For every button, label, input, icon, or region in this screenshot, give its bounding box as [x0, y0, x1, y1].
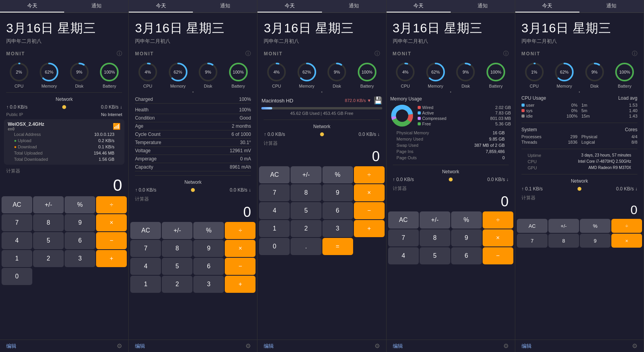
calc-9-5[interactable]: 9 [580, 234, 611, 248]
calc-9-2[interactable]: 9 [193, 240, 224, 257]
calc-dot-3[interactable]: . [290, 238, 321, 255]
tab-notify-2[interactable]: 通知 [193, 0, 257, 12]
tab-notify-5[interactable]: 通知 [579, 0, 644, 12]
calc-3-3[interactable]: 3 [322, 220, 353, 237]
calc-4-1[interactable]: 4 [2, 232, 32, 249]
calc-1-1[interactable]: 1 [2, 250, 32, 267]
calc-sub-3[interactable]: − [354, 202, 385, 219]
calc-mul-5[interactable]: × [611, 234, 642, 248]
tab-today-1[interactable]: 今天 [0, 0, 64, 12]
calc-div-4[interactable]: ÷ [483, 211, 513, 229]
calc-mul-2[interactable]: × [225, 240, 256, 257]
calc-plusminus-4[interactable]: +/- [420, 211, 450, 229]
calc-2-3[interactable]: 2 [290, 220, 321, 237]
calc-ac-3[interactable]: AC [259, 166, 290, 183]
calc-ac-2[interactable]: AC [130, 222, 161, 239]
calc-3-1[interactable]: 3 [65, 250, 95, 267]
calc-mul-1[interactable]: × [96, 214, 127, 231]
calc-add-2[interactable]: + [225, 276, 256, 293]
calc-pct-1[interactable]: % [65, 196, 95, 213]
wifi-icon-1: 📶 [113, 123, 121, 130]
tab-today-3[interactable]: 今天 [257, 0, 322, 12]
calc-sub-1[interactable]: − [96, 232, 127, 249]
calc-pct-4[interactable]: % [451, 211, 482, 229]
calc-2-2[interactable]: 2 [162, 276, 192, 293]
calc-6-3[interactable]: 6 [322, 202, 353, 219]
calc-9-4[interactable]: 9 [451, 229, 482, 246]
calc-6-4[interactable]: 6 [451, 247, 482, 264]
tab-notify-1[interactable]: 通知 [64, 0, 128, 12]
calc-8-5[interactable]: 8 [548, 234, 579, 248]
monit-info-icon-3[interactable]: ⓘ [374, 50, 380, 57]
settings-icon-4[interactable]: ⚙ [503, 342, 509, 350]
monit-info-icon-5[interactable]: ⓘ [632, 50, 637, 57]
calc-div-1[interactable]: ÷ [96, 196, 127, 213]
calc-8-1[interactable]: 8 [33, 214, 64, 231]
calc-pct-2[interactable]: % [193, 222, 224, 239]
tab-notify-3[interactable]: 通知 [322, 0, 386, 12]
calc-4-2[interactable]: 4 [130, 258, 161, 275]
calc-div-2[interactable]: ÷ [225, 222, 256, 239]
calc-4-4[interactable]: 4 [388, 247, 419, 264]
calc-plusminus-3[interactable]: +/- [290, 166, 321, 183]
calc-add-3[interactable]: + [354, 220, 385, 237]
calc-8-4[interactable]: 8 [420, 229, 450, 246]
calc-5-1[interactable]: 5 [33, 232, 64, 249]
calc-4-3[interactable]: 4 [259, 202, 290, 219]
calc-7-3[interactable]: 7 [259, 184, 290, 201]
settings-icon-2[interactable]: ⚙ [245, 342, 251, 350]
gauge-battery-4: 100% Battery [486, 62, 506, 88]
calc-eq-3[interactable]: = [322, 238, 353, 255]
calc-5-2[interactable]: 5 [162, 258, 192, 275]
calc-9-3[interactable]: 9 [322, 184, 353, 201]
calc-plusminus-5[interactable]: +/- [548, 219, 579, 233]
calc-mul-3[interactable]: × [354, 184, 385, 201]
calc-9-1[interactable]: 9 [65, 214, 95, 231]
monit-info-icon-2[interactable]: ⓘ [245, 50, 251, 57]
calc-div-3[interactable]: ÷ [354, 166, 385, 183]
edit-btn-1[interactable]: 编辑 [6, 343, 16, 350]
calc-ac-5[interactable]: AC [517, 219, 548, 233]
edit-btn-4[interactable]: 编辑 [393, 343, 403, 350]
calc-sub-2[interactable]: − [225, 258, 256, 275]
calc-ac-1[interactable]: AC [2, 196, 32, 213]
calc-5-3[interactable]: 5 [290, 202, 321, 219]
settings-icon-5[interactable]: ⚙ [632, 342, 637, 350]
calc-7-1[interactable]: 7 [2, 214, 32, 231]
monit-info-icon-4[interactable]: ⓘ [503, 50, 509, 57]
tab-today-2[interactable]: 今天 [129, 0, 193, 12]
tab-notify-4[interactable]: 通知 [451, 0, 515, 12]
calc-6-1[interactable]: 6 [65, 232, 95, 249]
calc-0-3[interactable]: 0 [259, 238, 290, 255]
edit-btn-5[interactable]: 编辑 [522, 343, 532, 350]
calc-3-2[interactable]: 3 [193, 276, 224, 293]
calc-pct-5[interactable]: % [580, 219, 611, 233]
tab-today-5[interactable]: 今天 [515, 0, 579, 12]
monit-info-icon-1[interactable]: ⓘ [117, 50, 122, 57]
calc-7-4[interactable]: 7 [388, 229, 419, 246]
settings-icon-1[interactable]: ⚙ [117, 342, 122, 350]
calc-8-3[interactable]: 8 [290, 184, 321, 201]
calc-0-1[interactable]: 0 [2, 268, 32, 285]
tab-today-4[interactable]: 今天 [387, 0, 451, 12]
calc-7-2[interactable]: 7 [130, 240, 161, 257]
calc-sub-4[interactable]: − [483, 247, 513, 264]
calc-display-4: 0 [387, 193, 515, 211]
calc-8-2[interactable]: 8 [162, 240, 192, 257]
calc-mul-4[interactable]: × [483, 229, 513, 246]
calc-1-3[interactable]: 1 [259, 220, 290, 237]
calc-1-2[interactable]: 1 [130, 276, 161, 293]
calc-plusminus-1[interactable]: +/- [33, 196, 64, 213]
edit-btn-3[interactable]: 编辑 [264, 343, 274, 350]
calc-plusminus-2[interactable]: +/- [162, 222, 192, 239]
edit-btn-2[interactable]: 编辑 [135, 343, 145, 350]
calc-7-5[interactable]: 7 [517, 234, 548, 248]
calc-div-5[interactable]: ÷ [611, 219, 642, 233]
calc-ac-4[interactable]: AC [388, 211, 419, 229]
calc-6-2[interactable]: 6 [193, 258, 224, 275]
calc-pct-3[interactable]: % [322, 166, 353, 183]
calc-add-1[interactable]: + [96, 250, 127, 267]
calc-2-1[interactable]: 2 [33, 250, 64, 267]
settings-icon-3[interactable]: ⚙ [374, 342, 380, 350]
calc-5-4[interactable]: 5 [420, 247, 450, 264]
